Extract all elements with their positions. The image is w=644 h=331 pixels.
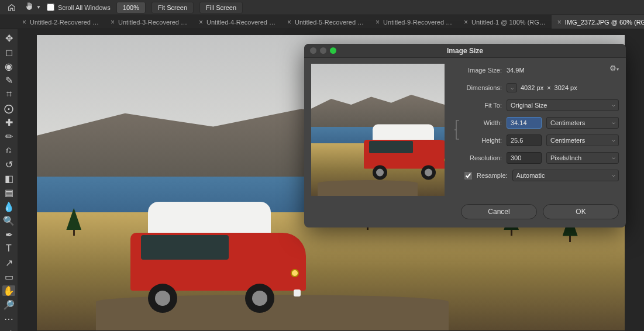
cancel-button[interactable]: Cancel xyxy=(461,204,537,219)
blur-tool-icon[interactable]: 💧 xyxy=(2,201,15,212)
dodge-tool-icon[interactable]: 🔍 xyxy=(2,215,15,226)
height-unit-select[interactable]: Centimeters xyxy=(546,135,619,146)
tool-palette: ✥ ◻ ◉ ✎ ⌗ ⨀ ✚ ✏ ⎌ ↺ ◧ ▤ 💧 🔍 ✒ T ↗ ▭ ✋ 🔎 … xyxy=(0,29,18,331)
lasso-tool-icon[interactable]: ◉ xyxy=(2,61,15,71)
dimensions-height: 3024 px xyxy=(555,84,577,91)
constrain-link-icon[interactable] xyxy=(453,116,462,143)
height-input[interactable] xyxy=(507,135,542,146)
tab-untitled-3[interactable]: ×Untitled-3-Recovered … xyxy=(105,15,193,29)
shape-tool-icon[interactable]: ▭ xyxy=(2,271,15,282)
image-preview[interactable] xyxy=(311,64,445,196)
close-icon[interactable]: × xyxy=(111,18,115,26)
more-tools-icon[interactable]: ⋯ xyxy=(2,313,15,324)
eraser-tool-icon[interactable]: ◧ xyxy=(2,173,15,184)
close-icon[interactable]: × xyxy=(199,18,203,26)
edit-toolbar-icon[interactable]: ⇄ xyxy=(2,327,15,331)
healing-tool-icon[interactable]: ✚ xyxy=(2,117,15,127)
options-bar: ▼ Scroll All Windows 100% Fit Screen Fil… xyxy=(0,0,644,15)
resample-select[interactable]: Automatic xyxy=(512,170,619,181)
history-brush-tool-icon[interactable]: ↺ xyxy=(2,159,15,170)
marquee-tool-icon[interactable]: ◻ xyxy=(2,47,15,57)
resample-checkbox[interactable] xyxy=(464,172,472,180)
resolution-unit-select[interactable]: Pixels/Inch xyxy=(546,152,619,164)
fill-screen-button[interactable]: Fill Screen xyxy=(199,2,243,13)
stamp-tool-icon[interactable]: ⎌ xyxy=(2,145,15,156)
zoom-tool-icon[interactable]: 🔎 xyxy=(2,299,15,310)
dimensions-unit-dropdown[interactable]: ⌵ xyxy=(507,83,517,92)
close-icon[interactable]: × xyxy=(22,18,26,26)
ok-button[interactable]: OK xyxy=(543,204,619,219)
tab-untitled-4[interactable]: ×Untitled-4-Recovered … xyxy=(193,15,281,29)
close-icon[interactable]: × xyxy=(557,18,562,26)
quick-select-tool-icon[interactable]: ✎ xyxy=(2,75,15,85)
width-input[interactable] xyxy=(507,117,542,129)
close-icon[interactable]: × xyxy=(287,18,291,26)
van-subject xyxy=(130,202,306,313)
width-unit-select[interactable]: Centimeters xyxy=(546,117,619,129)
tab-untitled-9[interactable]: ×Untitled-9-Recovered … xyxy=(370,15,458,29)
width-label: Width: xyxy=(460,119,502,126)
fit-to-label: Fit To: xyxy=(452,102,502,109)
fit-to-select[interactable]: Original Size xyxy=(507,99,619,111)
dialog-titlebar[interactable]: Image Size xyxy=(304,44,626,58)
scroll-all-label: Scroll All Windows xyxy=(58,4,111,11)
resolution-input[interactable] xyxy=(507,152,542,164)
resample-label: Resample: xyxy=(477,172,508,179)
close-icon[interactable]: × xyxy=(464,18,468,26)
hand-tool-icon[interactable] xyxy=(25,2,34,13)
tab-img-2372[interactable]: ×IMG_2372.JPG @ 60% (RGB/8#) xyxy=(552,15,644,29)
path-tool-icon[interactable]: ↗ xyxy=(2,257,15,268)
gradient-tool-icon[interactable]: ▤ xyxy=(2,187,15,198)
height-label: Height: xyxy=(460,137,502,144)
image-size-value: 34.9M xyxy=(507,67,525,74)
tab-untitled-1[interactable]: ×Untitled-1 @ 100% (RG… xyxy=(458,15,552,29)
image-size-label: Image Size: xyxy=(452,67,502,74)
gear-icon[interactable]: ⚙︎▾ xyxy=(609,64,619,73)
resolution-label: Resolution: xyxy=(452,154,502,161)
document-tabs: ×Untitled-2-Recovered … ×Untitled-3-Reco… xyxy=(0,15,644,29)
dimensions-width: 4032 px xyxy=(521,84,543,91)
zoom-100-button[interactable]: 100% xyxy=(116,2,146,13)
hand-tool-icon[interactable]: ✋ xyxy=(2,285,15,296)
dimensions-label: Dimensions: xyxy=(452,84,502,91)
tab-untitled-5[interactable]: ×Untitled-5-Recovered … xyxy=(281,15,370,29)
move-tool-icon[interactable]: ✥ xyxy=(2,33,15,43)
crop-tool-icon[interactable]: ⌗ xyxy=(2,89,15,99)
fit-screen-button[interactable]: Fit Screen xyxy=(151,2,194,13)
eyedropper-tool-icon[interactable]: ⨀ xyxy=(2,103,15,113)
tool-dropdown-icon[interactable]: ▼ xyxy=(36,5,41,10)
scroll-all-windows-checkbox[interactable]: Scroll All Windows xyxy=(47,4,111,11)
dialog-title: Image Size xyxy=(304,47,626,55)
pen-tool-icon[interactable]: ✒ xyxy=(2,229,15,240)
close-icon[interactable]: × xyxy=(376,18,380,26)
brush-tool-icon[interactable]: ✏ xyxy=(2,131,15,142)
dimensions-sep: × xyxy=(547,84,550,91)
type-tool-icon[interactable]: T xyxy=(2,243,15,254)
image-size-dialog: Image Size ⚙︎▾ xyxy=(304,44,626,227)
home-icon[interactable] xyxy=(5,2,19,13)
tab-untitled-2[interactable]: ×Untitled-2-Recovered … xyxy=(16,15,105,29)
